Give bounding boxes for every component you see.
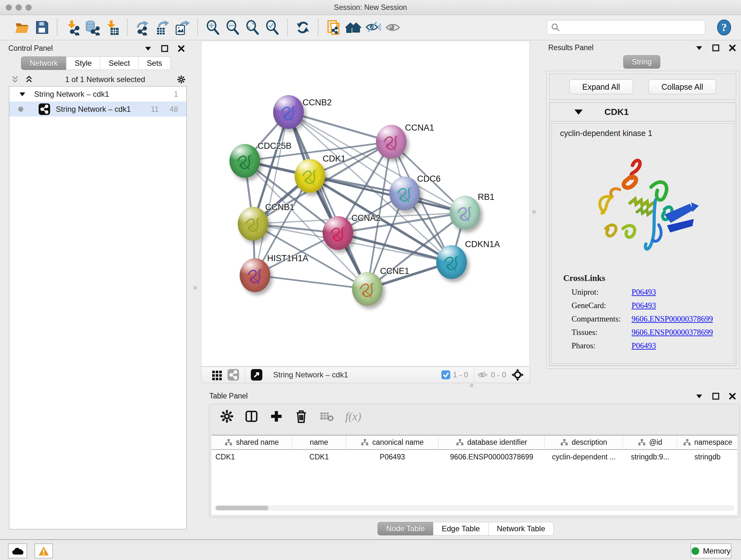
network-node-RB1[interactable] bbox=[450, 196, 480, 230]
tab-style[interactable]: Style bbox=[66, 57, 100, 70]
left-splitter-handle[interactable] bbox=[193, 286, 197, 290]
right-splitter-handle[interactable] bbox=[532, 210, 536, 213]
zoom-out-button[interactable] bbox=[223, 17, 243, 37]
column-header-canonical-name[interactable]: canonical name bbox=[346, 435, 439, 449]
network-edge-CCNB2-HIST1H1A[interactable] bbox=[255, 112, 288, 275]
zoom-selected-button[interactable] bbox=[262, 17, 282, 37]
panel-float-button[interactable] bbox=[712, 392, 720, 400]
panel-float-button[interactable] bbox=[712, 44, 720, 52]
node-details-header[interactable]: CDK1 bbox=[549, 103, 736, 121]
cell-database-identifier[interactable]: 9606.ENSP00000378699 bbox=[439, 450, 545, 464]
hide-selected-button[interactable] bbox=[363, 17, 383, 37]
panel-close-button[interactable] bbox=[177, 44, 185, 53]
panel-close-button[interactable] bbox=[728, 44, 737, 52]
show-welcome-screen-button[interactable] bbox=[343, 17, 363, 37]
cell-description[interactable]: cyclin-dependent ... bbox=[545, 450, 623, 464]
tab-sets[interactable]: Sets bbox=[138, 57, 171, 70]
crosslink-uniprot-link[interactable]: P06493 bbox=[631, 288, 656, 297]
network-row-selected[interactable]: String Network – cdk1 11 48 bbox=[9, 102, 186, 117]
cloud-status-button[interactable] bbox=[8, 543, 27, 558]
network-node-CCNB2[interactable] bbox=[273, 95, 304, 129]
network-node-CDC6[interactable] bbox=[389, 177, 420, 210]
function-builder-button[interactable]: f(x) bbox=[345, 410, 361, 423]
selected-checkbox-icon[interactable] bbox=[441, 370, 450, 379]
tab-edge-table[interactable]: Edge Table bbox=[433, 522, 488, 536]
search-box[interactable] bbox=[547, 20, 705, 35]
export-image-button[interactable] bbox=[172, 17, 192, 37]
panel-menu-button[interactable] bbox=[695, 44, 703, 52]
import-table-from-file-button[interactable] bbox=[102, 17, 122, 37]
save-session-button[interactable] bbox=[32, 17, 52, 37]
network-canvas[interactable]: CCNB2CCNA1CDC25BCDK1CDC6RB1CCNB1CCNA2CDK… bbox=[201, 42, 530, 367]
column-header-shared-name[interactable]: shared name bbox=[212, 435, 292, 449]
crosslink-compartments-link[interactable]: 9606.ENSP00000378699 bbox=[631, 314, 713, 323]
memory-status-button[interactable]: Memory bbox=[690, 543, 731, 558]
table-options-button[interactable] bbox=[220, 410, 233, 423]
expand-all-networks-button[interactable] bbox=[11, 75, 19, 84]
network-node-CDKN1A[interactable] bbox=[436, 245, 467, 279]
tab-node-table[interactable]: Node Table bbox=[378, 522, 433, 536]
delete-column-button[interactable] bbox=[294, 409, 308, 423]
refresh-view-button[interactable] bbox=[293, 17, 313, 37]
export-network-button[interactable] bbox=[133, 17, 152, 37]
warnings-button[interactable] bbox=[35, 543, 53, 558]
network-node-CCNA1[interactable] bbox=[376, 125, 407, 159]
column-header-name[interactable]: name bbox=[292, 435, 346, 449]
column-header-description[interactable]: description bbox=[545, 435, 623, 449]
panel-menu-button[interactable] bbox=[695, 392, 703, 400]
import-network-from-database-button[interactable] bbox=[82, 17, 102, 37]
network-options-button[interactable] bbox=[177, 75, 185, 84]
crosslink-tissues-link[interactable]: 9606.ENSP00000378699 bbox=[631, 328, 713, 337]
cell-id[interactable]: stringdb:9... bbox=[623, 450, 677, 464]
network-node-HIST1H1A[interactable] bbox=[240, 258, 270, 292]
cell-namespace[interactable]: stringdb bbox=[677, 450, 737, 464]
bottom-splitter-handle[interactable] bbox=[470, 384, 473, 387]
search-input[interactable] bbox=[562, 23, 705, 32]
horizontal-scrollbar[interactable] bbox=[214, 505, 735, 511]
network-node-CDK1[interactable] bbox=[294, 159, 325, 193]
cell-canonical-name[interactable]: P06493 bbox=[346, 450, 439, 464]
network-node-CCNB1[interactable] bbox=[238, 207, 268, 241]
tab-network-table[interactable]: Network Table bbox=[488, 522, 554, 536]
zoom-in-button[interactable] bbox=[203, 17, 223, 37]
birdseye-view-button[interactable] bbox=[509, 368, 527, 381]
tab-network[interactable]: Network bbox=[21, 57, 66, 70]
scrollbar-thumb[interactable] bbox=[216, 506, 268, 510]
network-edge-HIST1H1A-CCNE1[interactable] bbox=[255, 275, 367, 289]
clone-network-button[interactable] bbox=[324, 17, 343, 37]
column-header-id[interactable]: @id bbox=[623, 435, 677, 449]
panel-menu-button[interactable] bbox=[144, 44, 152, 53]
import-network-from-file-button[interactable] bbox=[63, 17, 82, 37]
export-table-button[interactable] bbox=[152, 17, 172, 37]
column-header-database-identifier[interactable]: database identifier bbox=[439, 435, 545, 449]
crosslink-genecard-link[interactable]: P06493 bbox=[631, 301, 656, 310]
cell-shared-name[interactable]: CDK1 bbox=[212, 450, 292, 464]
expand-all-button[interactable]: Expand All bbox=[569, 79, 633, 94]
panel-close-button[interactable] bbox=[728, 392, 737, 400]
zoom-fit-button[interactable] bbox=[243, 17, 262, 37]
show-column-button[interactable] bbox=[245, 409, 259, 423]
show-hidden-button[interactable] bbox=[383, 17, 403, 37]
cell-name[interactable]: CDK1 bbox=[292, 450, 346, 464]
crosslink-pharos-link[interactable]: P06493 bbox=[631, 341, 656, 350]
delete-table-button[interactable] bbox=[319, 410, 334, 423]
help-button[interactable]: ? bbox=[716, 19, 732, 36]
panel-float-button[interactable] bbox=[160, 44, 169, 53]
tab-string[interactable]: String bbox=[623, 55, 661, 69]
view-grid-button[interactable] bbox=[209, 369, 225, 380]
network-node-CCNE1[interactable] bbox=[352, 272, 383, 306]
gear-icon bbox=[220, 410, 233, 423]
open-session-button[interactable] bbox=[12, 17, 32, 37]
network-node-CCNA2[interactable] bbox=[323, 216, 353, 250]
view-network-button[interactable] bbox=[225, 369, 242, 381]
detach-view-button[interactable] bbox=[248, 369, 265, 381]
import-network-icon bbox=[64, 19, 80, 36]
collapse-all-button[interactable]: Collapse All bbox=[649, 79, 717, 94]
tab-select[interactable]: Select bbox=[100, 57, 138, 70]
create-column-button[interactable] bbox=[269, 409, 283, 423]
table-row[interactable]: CDK1 CDK1 P06493 9606.ENSP00000378699 cy… bbox=[212, 450, 737, 464]
collapse-all-networks-button[interactable] bbox=[25, 75, 33, 84]
network-node-CDC25B[interactable] bbox=[229, 144, 260, 178]
network-collection-row[interactable]: String Network – cdk1 1 bbox=[9, 86, 186, 102]
column-header-namespace[interactable]: namespace bbox=[677, 435, 737, 449]
